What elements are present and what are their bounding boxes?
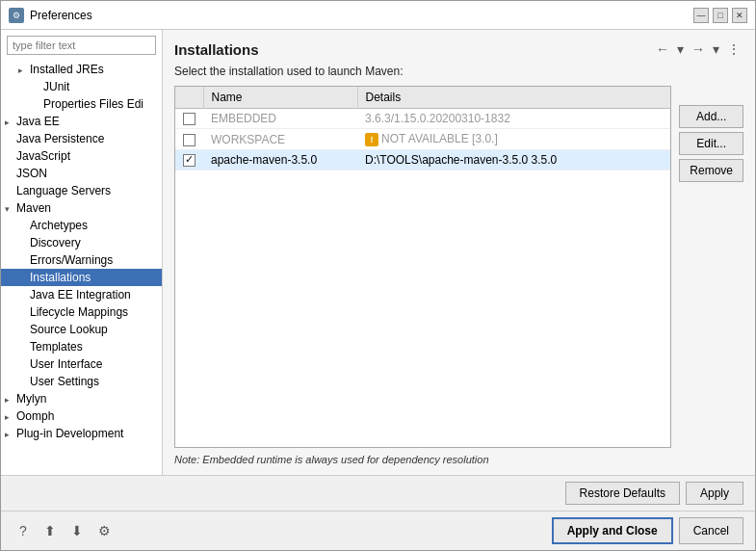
expand-icon-mylyn: ▸ (5, 395, 16, 405)
help-icon-button[interactable]: ? (13, 520, 34, 541)
sidebar-item-properties-files[interactable]: Properties Files Edi (1, 95, 162, 113)
sidebar-item-installations[interactable]: Installations (1, 269, 162, 286)
main-panel: Installations ← ▾ → ▾ ⋮ Select the insta… (163, 30, 755, 475)
sidebar-item-json[interactable]: JSON (1, 165, 162, 182)
table-row-apache-maven[interactable]: apache-maven-3.5.0D:\TOOLS\apache-maven-… (175, 150, 670, 171)
table-row-workspace[interactable]: WORKSPACE!NOT AVAILABLE [3.0.] (175, 129, 670, 150)
add-button[interactable]: Add... (679, 105, 743, 128)
details-cell-workspace: !NOT AVAILABLE [3.0.] (357, 129, 670, 150)
right-action-buttons: Add... Edit... Remove (679, 86, 743, 448)
checkbox-apache-maven[interactable] (183, 154, 196, 167)
sidebar-item-java-persistence[interactable]: Java Persistence (1, 130, 162, 147)
sidebar-item-templates[interactable]: Templates (1, 338, 162, 355)
maximize-button[interactable]: □ (713, 8, 728, 23)
sidebar-item-errors-warnings[interactable]: Errors/Warnings (1, 251, 162, 269)
table-header-row: Name Details (175, 87, 670, 109)
warning-icon-workspace: ! (365, 133, 378, 146)
title-bar: ⚙ Preferences — □ ✕ (1, 1, 755, 30)
name-cell-apache-maven: apache-maven-3.5.0 (203, 150, 357, 171)
title-bar-left: ⚙ Preferences (9, 8, 92, 23)
expand-icon-plug-in-development: ▸ (5, 430, 16, 439)
tree-area: ▸ Installed JREs JUnit Properties Files … (1, 61, 162, 475)
export-icon-button[interactable]: ⬆ (39, 520, 61, 541)
menu-toolbar-button[interactable]: ⋮ (724, 39, 743, 59)
sidebar-item-label-errors-warnings: Errors/Warnings (30, 253, 113, 267)
sidebar-item-maven[interactable]: ▾ Maven (1, 199, 162, 217)
restore-defaults-button[interactable]: Restore Defaults (565, 482, 680, 505)
details-col-header: Details (357, 87, 670, 109)
sidebar-item-lifecycle-mappings[interactable]: Lifecycle Mappings (1, 303, 162, 321)
checkbox-workspace[interactable] (183, 134, 196, 146)
sidebar-item-label-installed-jres: Installed JREs (30, 63, 104, 76)
filter-input[interactable] (7, 36, 156, 55)
sidebar-item-label-archetypes: Archetypes (30, 219, 88, 232)
close-button[interactable]: ✕ (732, 8, 747, 23)
sidebar-item-label-installations: Installations (30, 271, 91, 284)
sidebar-item-java-ee[interactable]: ▸ Java EE (1, 113, 162, 130)
sidebar-item-java-ee-integration[interactable]: Java EE Integration (1, 286, 162, 303)
sidebar-item-label-discovery: Discovery (30, 236, 81, 249)
checkbox-embedded[interactable] (183, 113, 196, 125)
details-cell-apache-maven: D:\TOOLS\apache-maven-3.5.0 3.5.0 (357, 150, 670, 171)
import-icon-button[interactable]: ⬇ (66, 520, 88, 541)
sidebar-item-label-java-ee: Java EE (16, 115, 60, 128)
sidebar-item-user-settings[interactable]: User Settings (1, 373, 162, 390)
sidebar-item-user-interface[interactable]: User Interface (1, 355, 162, 373)
sidebar-item-label-properties-files: Properties Files Edi (43, 97, 143, 111)
sidebar-item-discovery[interactable]: Discovery (1, 234, 162, 251)
content-area: ▸ Installed JREs JUnit Properties Files … (1, 30, 755, 475)
sidebar-item-language-servers[interactable]: Language Servers (1, 182, 162, 199)
dropdown-toolbar-button[interactable]: ▾ (674, 39, 687, 59)
sidebar-item-junit[interactable]: JUnit (1, 78, 162, 95)
sidebar-item-label-json: JSON (16, 167, 47, 180)
edit-button[interactable]: Edit... (679, 132, 743, 155)
sidebar-item-label-java-persistence: Java Persistence (16, 132, 104, 145)
remove-button[interactable]: Remove (679, 159, 743, 182)
bottom-right-buttons: Apply and Close Cancel (552, 517, 743, 544)
sidebar-item-source-lookup[interactable]: Source Lookup (1, 321, 162, 338)
sidebar-item-oomph[interactable]: ▸ Oomph (1, 407, 162, 425)
panel-toolbar: ← ▾ → ▾ ⋮ (653, 39, 743, 59)
table-row-embedded[interactable]: EMBEDDED3.6.3/1.15.0.20200310-1832 (175, 109, 670, 129)
sidebar-item-installed-jres[interactable]: ▸ Installed JREs (1, 61, 162, 78)
bottom-action-bar: Restore Defaults Apply (1, 475, 755, 511)
note-text: Note: Embedded runtime is always used fo… (174, 454, 743, 465)
sidebar-item-label-user-settings: User Settings (30, 375, 99, 388)
installations-table: Name Details EMBEDDED3.6.3/1.15.0.202003… (175, 87, 670, 171)
back-toolbar-button[interactable]: ← (653, 39, 672, 59)
panel-header: Installations ← ▾ → ▾ ⋮ (174, 39, 743, 59)
preferences-window: ⚙ Preferences — □ ✕ ▸ Installed JREs JUn… (0, 0, 756, 551)
sidebar-item-archetypes[interactable]: Archetypes (1, 217, 162, 234)
sidebar-item-label-plug-in-development: Plug-in Development (16, 427, 123, 440)
sidebar-item-label-maven: Maven (16, 201, 51, 215)
installations-table-wrap: Name Details EMBEDDED3.6.3/1.15.0.202003… (174, 86, 671, 448)
sidebar-item-label-language-servers: Language Servers (16, 184, 111, 197)
expand-icon-java-ee: ▸ (5, 118, 16, 127)
settings-icon-button[interactable]: ⚙ (93, 520, 115, 541)
title-controls: — □ ✕ (693, 8, 747, 23)
sidebar-item-label-user-interface: User Interface (30, 357, 102, 371)
apply-button[interactable]: Apply (686, 482, 743, 505)
sidebar-item-plug-in-development[interactable]: ▸ Plug-in Development (1, 425, 162, 442)
sidebar-item-label-junit: JUnit (43, 80, 69, 93)
forward-toolbar-button[interactable]: → (689, 39, 708, 59)
expand-icon-oomph: ▸ (5, 412, 16, 422)
sidebar-item-label-oomph: Oomph (16, 409, 54, 423)
table-and-buttons: Name Details EMBEDDED3.6.3/1.15.0.202003… (174, 86, 743, 448)
sidebar-item-javascript[interactable]: JavaScript (1, 147, 162, 165)
checkbox-col-header (175, 87, 203, 109)
sidebar-item-label-templates: Templates (30, 340, 83, 354)
very-bottom-bar: ? ⬆ ⬇ ⚙ Apply and Close Cancel (1, 511, 755, 550)
name-cell-workspace: WORKSPACE (203, 129, 357, 150)
sidebar-item-mylyn[interactable]: ▸ Mylyn (1, 390, 162, 407)
minimize-button[interactable]: — (693, 8, 709, 23)
sidebar-item-label-source-lookup: Source Lookup (30, 323, 108, 336)
sidebar-item-label-mylyn: Mylyn (16, 392, 46, 406)
dropdown-forward-toolbar-button[interactable]: ▾ (710, 39, 722, 59)
apply-and-close-button[interactable]: Apply and Close (552, 517, 673, 544)
bottom-left-icons: ? ⬆ ⬇ ⚙ (13, 520, 115, 541)
details-cell-embedded: 3.6.3/1.15.0.20200310-1832 (357, 109, 670, 129)
panel-description: Select the installation used to launch M… (174, 65, 743, 78)
cancel-button[interactable]: Cancel (679, 517, 743, 544)
installations-table-body: EMBEDDED3.6.3/1.15.0.20200310-1832WORKSP… (175, 109, 670, 171)
